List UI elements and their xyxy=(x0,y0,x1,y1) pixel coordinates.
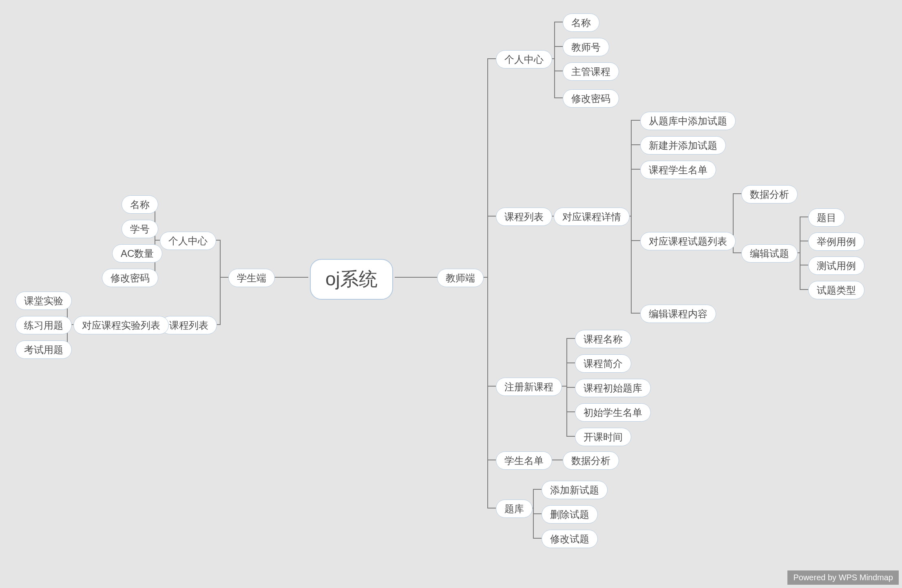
mindmap-canvas[interactable]: oj系统 学生端 个人中心 名称 学号 AC数量 修改密码 课程列表 对应课程实… xyxy=(0,0,902,588)
t-main-course[interactable]: 主管课程 xyxy=(563,62,619,81)
t-edit-course[interactable]: 编辑课程内容 xyxy=(640,305,716,323)
t-c-time[interactable]: 开课时间 xyxy=(575,428,631,446)
student-courses[interactable]: 课程列表 xyxy=(161,316,217,334)
t-course-students[interactable]: 课程学生名单 xyxy=(640,161,716,179)
student-ac-count[interactable]: AC数量 xyxy=(112,244,162,263)
t-register[interactable]: 注册新课程 xyxy=(496,378,562,396)
t-bank-del[interactable]: 删除试题 xyxy=(542,505,598,524)
t-bank-add[interactable]: 添加新试题 xyxy=(542,481,608,499)
watermark-label: Powered by WPS Mindmap xyxy=(787,570,899,585)
t-c-stu[interactable]: 初始学生名单 xyxy=(575,403,651,422)
t-edit-q[interactable]: 编辑试题 xyxy=(741,244,798,263)
t-q-title[interactable]: 题目 xyxy=(808,208,845,227)
student-node[interactable]: 学生端 xyxy=(228,269,275,287)
t-analysis[interactable]: 数据分析 xyxy=(741,185,798,203)
t-qlist[interactable]: 对应课程试题列表 xyxy=(640,232,736,250)
t-q-example[interactable]: 举例用例 xyxy=(808,232,864,251)
t-q-test[interactable]: 测试用例 xyxy=(808,256,864,275)
t-stu-all[interactable]: 学生名单 xyxy=(496,451,552,470)
t-new-add[interactable]: 新建并添加试题 xyxy=(640,136,726,155)
connector-lines xyxy=(0,0,902,588)
t-add-from-bank[interactable]: 从题库中添加试题 xyxy=(640,112,736,130)
t-pwd[interactable]: 修改密码 xyxy=(563,89,619,108)
student-name[interactable]: 名称 xyxy=(122,195,158,214)
student-personal[interactable]: 个人中心 xyxy=(160,232,216,250)
student-number[interactable]: 学号 xyxy=(122,220,158,238)
root-node[interactable]: oj系统 xyxy=(310,259,393,300)
t-name[interactable]: 名称 xyxy=(563,13,599,32)
student-exp-list[interactable]: 对应课程实验列表 xyxy=(73,316,169,334)
t-bank-mod[interactable]: 修改试题 xyxy=(542,530,598,548)
t-personal[interactable]: 个人中心 xyxy=(496,50,552,69)
student-class-exp[interactable]: 课堂实验 xyxy=(15,292,72,310)
t-c-bank[interactable]: 课程初始题库 xyxy=(575,379,651,397)
t-c-desc[interactable]: 课程简介 xyxy=(575,354,631,373)
t-q-type[interactable]: 试题类型 xyxy=(808,281,864,299)
teacher-node[interactable]: 教师端 xyxy=(437,269,484,287)
t-courses[interactable]: 课程列表 xyxy=(496,208,552,226)
student-practice[interactable]: 练习用题 xyxy=(15,316,72,334)
t-stu-analysis[interactable]: 数据分析 xyxy=(563,451,619,470)
student-pwd[interactable]: 修改密码 xyxy=(102,269,158,287)
t-number[interactable]: 教师号 xyxy=(563,38,609,56)
t-course-detail[interactable]: 对应课程详情 xyxy=(554,208,630,226)
t-bank[interactable]: 题库 xyxy=(496,500,533,518)
student-exam[interactable]: 考试用题 xyxy=(15,340,72,359)
t-c-name[interactable]: 课程名称 xyxy=(575,330,631,348)
